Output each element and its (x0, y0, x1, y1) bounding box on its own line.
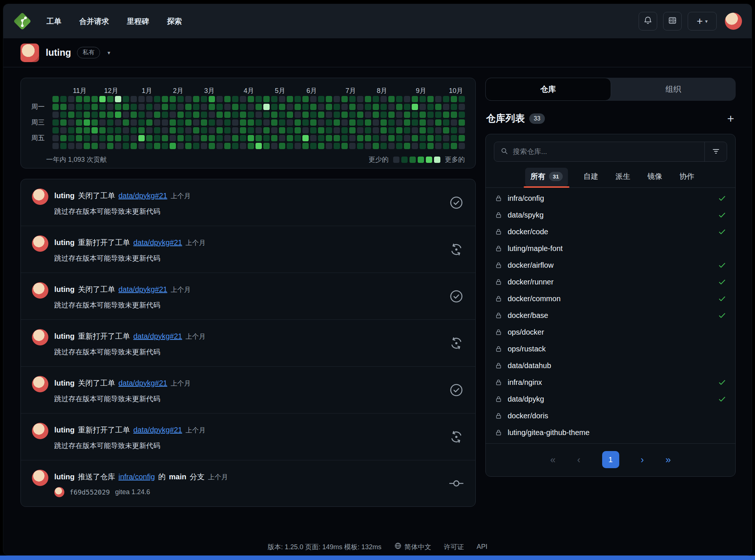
feed-target-link[interactable]: data/dpykg#21 (133, 332, 182, 341)
repo-row[interactable]: luting/maple-font (486, 240, 735, 257)
avatar[interactable] (54, 487, 64, 497)
api-link[interactable]: API (477, 543, 488, 551)
repo-filter-tab[interactable]: 自建 (582, 168, 600, 187)
feed-body-text: 跳过存在版本可能导致未更新代码 (54, 347, 444, 357)
avatar[interactable] (20, 44, 39, 62)
commit-hash-link[interactable]: f69d552029 (70, 488, 110, 496)
repo-name-link[interactable]: ops/rustack (508, 345, 546, 353)
avatar[interactable] (32, 329, 48, 345)
repo-row[interactable]: data/spykg (486, 207, 735, 223)
last-page-button[interactable]: » (665, 454, 671, 466)
repo-name-link[interactable]: data/datahub (508, 361, 551, 370)
repo-row[interactable]: data/dpykg (486, 391, 735, 408)
feed-username-link[interactable]: luting (54, 379, 74, 387)
feed-target-link[interactable]: data/dpykg#21 (133, 426, 182, 434)
feed-target-link[interactable]: infra/config (118, 473, 155, 481)
feed-username-link[interactable]: luting (54, 332, 74, 341)
nav-menu-item[interactable]: 里程碑 (127, 16, 149, 26)
license-link[interactable]: 许可证 (444, 543, 464, 551)
repo-row[interactable]: docker/doris (486, 408, 735, 424)
repo-row[interactable]: ops/rustack (486, 341, 735, 357)
repo-filter-button[interactable] (704, 142, 727, 161)
check-icon (718, 211, 726, 219)
repo-filter-tab[interactable]: 派生 (614, 168, 632, 187)
heatmap-cell (396, 135, 402, 141)
repo-name-link[interactable]: ops/docker (508, 328, 544, 337)
check-icon (718, 295, 726, 303)
repo-name-link[interactable]: infra/config (508, 194, 544, 203)
repo-name-link[interactable]: luting/maple-font (508, 244, 563, 253)
create-new-button[interactable]: + ▾ (688, 12, 717, 30)
nav-menu-item[interactable]: 探索 (167, 16, 182, 26)
feed-username-link[interactable]: luting (54, 192, 74, 200)
repo-name-link[interactable]: docker/base (508, 311, 548, 320)
heatmap-cell (443, 112, 449, 118)
first-page-button[interactable]: « (550, 454, 555, 466)
tab-organizations[interactable]: 组织 (611, 78, 736, 101)
admin-panel-button[interactable] (663, 12, 682, 30)
feed-target-link[interactable]: data/dpykg#21 (133, 238, 182, 247)
feed-target-link[interactable]: data/dpykg#21 (118, 192, 167, 200)
current-page-button[interactable]: 1 (602, 451, 619, 468)
repo-name-link[interactable]: infra/nginx (508, 378, 542, 387)
repo-row[interactable]: docker/common (486, 290, 735, 307)
repo-row[interactable]: luting/gitea-github-theme (486, 424, 735, 441)
repo-row[interactable]: docker/base (486, 307, 735, 324)
repo-name-link[interactable]: data/spykg (508, 211, 544, 219)
search-input[interactable] (513, 148, 698, 156)
feed-username-link[interactable]: luting (54, 285, 74, 294)
repo-name-link[interactable]: docker/airflow (508, 261, 553, 270)
heatmap-cell (365, 112, 371, 118)
heatmap-cell (201, 143, 207, 149)
heatmap-cell (99, 112, 106, 118)
avatar[interactable] (32, 282, 48, 299)
feed-target-link[interactable]: data/dpykg#21 (118, 285, 167, 294)
repo-row[interactable]: infra/config (486, 190, 735, 207)
username-link[interactable]: luting (46, 47, 71, 58)
avatar[interactable] (32, 423, 48, 439)
repo-row[interactable]: infra/nginx (486, 374, 735, 391)
repo-name-link[interactable]: data/dpykg (508, 395, 544, 403)
chevron-down-icon[interactable]: ▾ (107, 49, 110, 56)
repo-row[interactable]: docker/airflow (486, 257, 735, 274)
user-avatar[interactable] (725, 13, 742, 30)
nav-menu-item[interactable]: 工单 (46, 16, 61, 26)
git-logo-icon[interactable] (13, 12, 32, 30)
feed-username-link[interactable]: luting (54, 426, 74, 434)
avatar[interactable] (32, 189, 48, 205)
repo-name-link[interactable]: docker/code (508, 228, 548, 236)
feed-action-text: 重新打开了工单 (78, 238, 130, 248)
repo-filter-tab[interactable]: 镜像 (646, 168, 664, 187)
issue-reopened-icon (449, 429, 464, 445)
heatmap-cell (209, 96, 215, 102)
feed-username-link[interactable]: luting (54, 238, 74, 247)
repo-row[interactable]: ops/docker (486, 324, 735, 341)
avatar[interactable] (32, 376, 48, 392)
language-link[interactable]: 简体中文 (394, 542, 431, 551)
heatmap-cell (435, 143, 441, 149)
avatar[interactable] (32, 235, 48, 252)
next-page-button[interactable]: › (641, 454, 644, 466)
repo-name-link[interactable]: docker/common (508, 295, 560, 303)
heatmap-cell (248, 96, 254, 102)
repo-row[interactable]: docker/code (486, 223, 735, 240)
tab-repositories[interactable]: 仓库 (485, 78, 611, 101)
repo-name-link[interactable]: luting/gitea-github-theme (508, 428, 589, 437)
repo-row[interactable]: data/datahub (486, 357, 735, 374)
repo-filter-tab[interactable]: 协作 (678, 168, 696, 187)
repo-row[interactable]: docker/runner (486, 274, 735, 290)
feed-target-link[interactable]: data/dpykg#21 (118, 379, 167, 387)
feed-username-link[interactable]: luting (54, 473, 74, 481)
heatmap-cell (91, 127, 98, 133)
avatar[interactable] (32, 470, 48, 486)
repo-name-link[interactable]: docker/doris (508, 412, 548, 420)
repo-filter-tab[interactable]: 所有31 (525, 168, 568, 187)
prev-page-button[interactable]: ‹ (577, 454, 581, 466)
notifications-button[interactable] (639, 12, 657, 30)
nav-menu-item[interactable]: 合并请求 (79, 16, 109, 26)
heatmap-cell (349, 119, 356, 126)
add-repo-button[interactable]: + (727, 113, 734, 125)
repo-name-link[interactable]: docker/runner (508, 278, 553, 286)
heatmap-cell (287, 127, 293, 133)
heatmap-cell (451, 119, 457, 126)
